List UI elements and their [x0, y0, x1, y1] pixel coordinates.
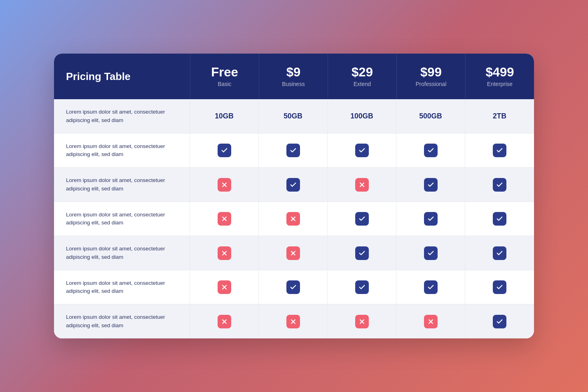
value-cell-3-4: [465, 202, 534, 236]
feature-cell-5: Lorem ipsum dolor sit amet, consectetuer…: [54, 270, 190, 304]
feature-text: Lorem ipsum dolor sit amet, consectetuer…: [66, 142, 178, 159]
check-icon: [424, 280, 438, 294]
value-cell-2-2: [328, 168, 396, 202]
cross-icon: [218, 178, 231, 192]
cross-icon: [286, 212, 300, 226]
value-cell-3-3: [396, 202, 465, 236]
plan-price: Free: [211, 66, 238, 78]
cross-icon: [218, 315, 231, 328]
plan-name: Professional: [416, 81, 446, 87]
value-cell-1-3: [396, 134, 465, 168]
value-cell-1-0: [190, 134, 259, 168]
value-cell-4-3: [396, 236, 465, 270]
value-cell-5-2: [328, 270, 396, 304]
plan-header-0: FreeBasic: [190, 54, 259, 99]
check-icon: [286, 144, 300, 157]
table-row: Lorem ipsum dolor sit amet, consectetuer…: [54, 304, 534, 338]
plan-name: Enterprise: [487, 81, 513, 87]
value-cell-6-4: [465, 304, 534, 338]
check-icon: [493, 178, 506, 192]
table-header: Pricing Table FreeBasic$9Business$29Exte…: [54, 54, 534, 99]
feature-cell-0: Lorem ipsum dolor sit amet, consectetuer…: [54, 99, 190, 133]
value-cell-5-1: [259, 270, 328, 304]
value-cell-1-2: [328, 134, 396, 168]
value-cell-2-4: [465, 168, 534, 202]
cross-icon: [218, 246, 231, 260]
value-cell-2-0: [190, 168, 259, 202]
table-body: Lorem ipsum dolor sit amet, consectetuer…: [54, 99, 534, 338]
value-cell-3-0: [190, 202, 259, 236]
check-icon: [493, 246, 506, 260]
storage-value: 10GB: [215, 112, 234, 120]
value-cell-4-1: [259, 236, 328, 270]
check-icon: [493, 144, 506, 157]
feature-cell-1: Lorem ipsum dolor sit amet, consectetuer…: [54, 134, 190, 168]
check-icon: [493, 280, 506, 294]
check-icon: [355, 212, 369, 226]
check-icon: [286, 178, 300, 192]
value-cell-5-3: [396, 270, 465, 304]
check-icon: [424, 144, 438, 157]
feature-text: Lorem ipsum dolor sit amet, consectetuer…: [66, 313, 178, 330]
plan-header-1: $9Business: [259, 54, 328, 99]
plan-price: $29: [352, 66, 373, 78]
value-cell-0-3: 500GB: [396, 99, 465, 133]
value-cell-4-4: [465, 236, 534, 270]
check-icon: [424, 178, 438, 192]
cross-icon: [218, 212, 231, 226]
check-icon: [493, 212, 506, 226]
feature-cell-2: Lorem ipsum dolor sit amet, consectetuer…: [54, 168, 190, 202]
check-icon: [424, 246, 438, 260]
feature-text: Lorem ipsum dolor sit amet, consectetuer…: [66, 279, 178, 296]
feature-text: Lorem ipsum dolor sit amet, consectetuer…: [66, 176, 178, 193]
value-cell-0-2: 100GB: [328, 99, 396, 133]
table-row: Lorem ipsum dolor sit amet, consectetuer…: [54, 134, 534, 168]
storage-value: 100GB: [350, 112, 373, 120]
storage-value: 2TB: [493, 112, 506, 120]
value-cell-5-4: [465, 270, 534, 304]
feature-text: Lorem ipsum dolor sit amet, consectetuer…: [66, 108, 178, 124]
feature-text: Lorem ipsum dolor sit amet, consectetuer…: [66, 245, 178, 261]
feature-cell-6: Lorem ipsum dolor sit amet, consectetuer…: [54, 304, 190, 338]
value-cell-4-0: [190, 236, 259, 270]
plan-name: Basic: [218, 81, 231, 87]
check-icon: [286, 280, 300, 294]
value-cell-4-2: [328, 236, 396, 270]
table-row: Lorem ipsum dolor sit amet, consectetuer…: [54, 202, 534, 236]
plan-header-2: $29Extend: [328, 54, 396, 99]
value-cell-6-0: [190, 304, 259, 338]
check-icon: [355, 280, 369, 294]
check-icon: [355, 246, 369, 260]
cross-icon: [355, 178, 369, 192]
cross-icon: [286, 315, 300, 328]
plan-price: $499: [486, 66, 514, 78]
title-cell: Pricing Table: [54, 54, 190, 99]
value-cell-3-2: [328, 202, 396, 236]
table-row: Lorem ipsum dolor sit amet, consectetuer…: [54, 270, 534, 305]
plan-price: $99: [420, 66, 442, 78]
pricing-table: Pricing Table FreeBasic$9Business$29Exte…: [54, 54, 534, 338]
value-cell-2-3: [396, 168, 465, 202]
check-icon: [493, 315, 506, 328]
value-cell-5-0: [190, 270, 259, 304]
cross-icon: [424, 315, 438, 328]
plan-name: Extend: [354, 81, 371, 87]
cross-icon: [218, 280, 231, 294]
feature-cell-3: Lorem ipsum dolor sit amet, consectetuer…: [54, 202, 190, 236]
cross-icon: [355, 315, 369, 328]
table-row: Lorem ipsum dolor sit amet, consectetuer…: [54, 236, 534, 270]
table-title: Pricing Table: [66, 70, 130, 83]
feature-text: Lorem ipsum dolor sit amet, consectetuer…: [66, 211, 178, 227]
value-cell-1-1: [259, 134, 328, 168]
check-icon: [218, 144, 231, 157]
value-cell-1-4: [465, 134, 534, 168]
plan-header-3: $99Professional: [396, 54, 465, 99]
value-cell-0-1: 50GB: [259, 99, 328, 133]
value-cell-0-0: 10GB: [190, 99, 259, 133]
check-icon: [424, 212, 438, 226]
plan-name: Business: [282, 81, 305, 87]
value-cell-6-2: [328, 304, 396, 338]
value-cell-2-1: [259, 168, 328, 202]
plan-header-4: $499Enterprise: [465, 54, 534, 99]
value-cell-3-1: [259, 202, 328, 236]
